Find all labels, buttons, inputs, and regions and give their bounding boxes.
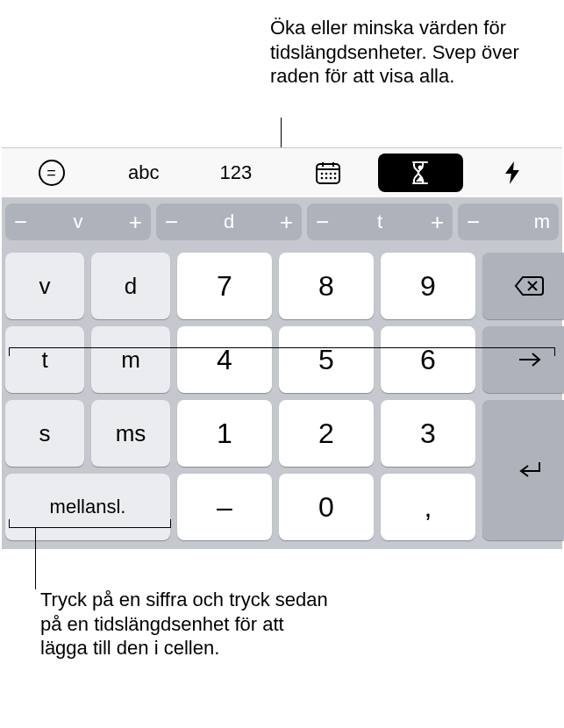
svg-point-11 — [334, 177, 337, 180]
dash-key[interactable]: – — [177, 474, 272, 540]
digit-9-key[interactable]: 9 — [381, 253, 475, 319]
digit-4-key[interactable]: 4 — [177, 326, 272, 393]
digit-8-key[interactable]: 8 — [279, 253, 374, 319]
unit-key-hours[interactable]: t — [5, 326, 84, 393]
hourglass-icon — [410, 160, 431, 186]
digit-7-key[interactable]: 7 — [177, 253, 272, 319]
minus-icon[interactable]: − — [165, 211, 178, 233]
minus-icon[interactable]: − — [467, 211, 480, 233]
plus-icon[interactable]: + — [431, 211, 444, 233]
unit-key-minutes[interactable]: m — [91, 326, 170, 393]
digit-2-key[interactable]: 2 — [279, 400, 374, 467]
stepper-label: t — [377, 211, 382, 233]
return-key[interactable] — [482, 400, 564, 540]
duration-stepper-hours[interactable]: − t + — [307, 203, 453, 240]
stepper-label: v — [74, 211, 83, 233]
svg-point-4 — [321, 173, 324, 175]
unit-key-days[interactable]: d — [91, 253, 170, 319]
duration-keyboard: = abc 123 — [2, 147, 562, 549]
equals-icon: = — [39, 160, 65, 186]
unit-key-weeks[interactable]: v — [5, 253, 84, 319]
svg-point-7 — [334, 173, 337, 175]
digit-6-key[interactable]: 6 — [381, 326, 475, 393]
plus-icon[interactable]: + — [280, 211, 293, 233]
quick-entry-button[interactable] — [470, 153, 555, 192]
callout-bracket-top — [9, 347, 555, 356]
formula-mode-button[interactable]: = — [9, 153, 94, 192]
keypad: v d 7 8 9 t m 4 5 6 — [2, 246, 562, 549]
calendar-icon — [315, 161, 341, 185]
minus-icon[interactable]: − — [14, 211, 27, 233]
svg-point-8 — [321, 177, 324, 180]
stepper-label: m — [534, 211, 550, 233]
digit-1-key[interactable]: 1 — [177, 400, 272, 467]
next-cell-key[interactable] — [482, 326, 564, 393]
lightning-icon — [503, 160, 522, 186]
duration-stepper-weeks[interactable]: − v + — [5, 203, 151, 240]
duration-stepper-minutes[interactable]: − m — [458, 203, 559, 240]
comma-key[interactable]: , — [381, 474, 475, 540]
plus-icon[interactable]: + — [129, 211, 142, 233]
duration-stepper-days[interactable]: − d + — [156, 203, 302, 240]
svg-point-6 — [330, 173, 332, 175]
unit-key-milliseconds[interactable]: ms — [91, 400, 170, 467]
callout-bracket-bottom — [9, 519, 171, 528]
duration-mode-button[interactable] — [378, 153, 463, 192]
unit-key-seconds[interactable]: s — [5, 400, 84, 467]
digit-0-key[interactable]: 0 — [279, 474, 374, 540]
minus-icon[interactable]: − — [316, 211, 329, 233]
text-mode-button[interactable]: abc — [101, 153, 186, 192]
space-key[interactable]: mellansl. — [5, 474, 170, 540]
number-mode-button[interactable]: 123 — [193, 153, 278, 192]
backspace-key[interactable] — [482, 253, 564, 319]
svg-point-12 — [418, 166, 423, 170]
callout-top: Öka eller minska värden för tidslängdsen… — [270, 16, 555, 89]
keyboard-mode-toolbar: = abc 123 — [2, 147, 562, 198]
svg-point-5 — [325, 173, 328, 175]
digit-3-key[interactable]: 3 — [381, 400, 475, 467]
svg-point-9 — [325, 177, 328, 180]
stepper-label: d — [224, 211, 234, 233]
callout-bottom: Tryck på en siffra och tryck sedan på en… — [40, 588, 330, 660]
svg-point-10 — [330, 177, 332, 180]
return-icon — [516, 459, 544, 482]
date-mode-button[interactable] — [286, 153, 371, 192]
duration-stepper-row[interactable]: − v + − d + − t + − m — [2, 198, 562, 246]
digit-5-key[interactable]: 5 — [279, 326, 374, 393]
backspace-icon — [514, 275, 546, 297]
